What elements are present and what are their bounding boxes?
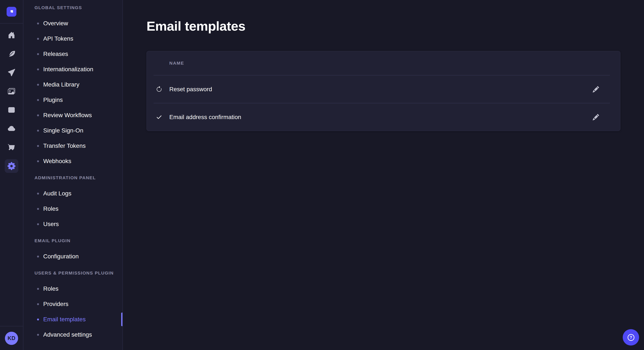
subnav-item-label: Roles — [43, 205, 58, 212]
subnav-item-single-sign-on[interactable]: Single Sign-On — [24, 123, 122, 138]
template-name: Reset password — [166, 86, 212, 93]
subnav-item-plugins[interactable]: Plugins — [24, 92, 122, 108]
subnav-item-admin-roles[interactable]: Roles — [24, 201, 122, 216]
page-title: Email templates — [146, 18, 620, 34]
bullet-icon — [37, 130, 39, 132]
edit-template-button[interactable] — [591, 84, 601, 94]
settings-active-tile — [5, 159, 18, 173]
subnav-section-title: EMAIL PLUGIN — [24, 238, 122, 243]
subnav-item-label: Email templates — [43, 316, 86, 323]
cloud-icon — [8, 125, 15, 132]
settings-gear-icon — [8, 162, 16, 170]
bullet-icon — [37, 53, 39, 55]
home-nav-button[interactable] — [0, 26, 23, 44]
subnav-item-label: Internationalization — [43, 66, 93, 73]
subnav-item-webhooks[interactable]: Webhooks — [24, 154, 122, 169]
bullet-icon — [37, 334, 39, 336]
table-header-row: NAME — [147, 51, 620, 75]
rail-nav — [0, 24, 23, 175]
marketplace-cart-icon — [8, 144, 15, 151]
subnav-item-admin-users[interactable]: Users — [24, 216, 122, 232]
subnav-item-review-workflows[interactable]: Review Workflows — [24, 108, 122, 123]
subnav-item-label: Configuration — [43, 253, 79, 260]
subnav-item-label: API Tokens — [43, 35, 73, 42]
active-item-indicator — [121, 313, 122, 326]
table-row-email-confirmation[interactable]: Email address confirmation — [147, 103, 620, 131]
subnav-item-email-templates[interactable]: Email templates — [24, 312, 122, 327]
name-column-header: NAME — [166, 61, 184, 66]
subnav-item-label: Audit Logs — [43, 190, 71, 197]
subnav-item-label: Providers — [43, 301, 68, 308]
bullet-icon — [37, 114, 39, 116]
deploy-cloud-nav-button[interactable] — [0, 119, 23, 138]
strapi-logo-glyph — [9, 9, 14, 14]
bullet-icon — [37, 256, 39, 257]
table-row-reset-password[interactable]: Reset password — [147, 75, 620, 103]
send-plane-icon — [8, 69, 15, 76]
subnav-item-label: Users — [43, 221, 59, 227]
content-type-builder-feather-icon — [8, 50, 15, 57]
subnav-item-providers[interactable]: Providers — [24, 296, 122, 312]
bullet-icon — [37, 319, 39, 321]
content-manager-nav-button[interactable] — [0, 101, 23, 119]
subnav-item-transfer-tokens[interactable]: Transfer Tokens — [24, 138, 122, 154]
home-icon — [8, 31, 15, 39]
media-library-images-icon — [8, 88, 15, 95]
edit-template-button[interactable] — [591, 112, 601, 122]
subnav-item-label: Transfer Tokens — [43, 143, 86, 149]
subnav-item-advanced-settings[interactable]: Advanced settings — [24, 327, 122, 342]
edit-pencil-icon — [593, 114, 599, 120]
bullet-icon — [37, 208, 39, 210]
marketplace-nav-button[interactable] — [0, 138, 23, 157]
bullet-icon — [37, 288, 39, 290]
subnav-item-label: Webhooks — [43, 158, 71, 165]
content-type-builder-nav-button[interactable] — [0, 44, 23, 63]
strapi-logo[interactable] — [6, 7, 16, 16]
bullet-icon — [37, 22, 39, 24]
bullet-icon — [37, 193, 39, 194]
rail-footer: KD — [0, 326, 23, 350]
subnav-item-up-roles[interactable]: Roles — [24, 281, 122, 296]
main-nav-rail: KD — [0, 0, 24, 350]
subnav-item-label: Media Library — [43, 81, 80, 88]
subnav-section-title: ADMINISTRATION PANEL — [24, 175, 122, 180]
subnav-section-title: USERS & PERMISSIONS PLUGIN — [24, 270, 122, 276]
subnav-item-label: Advanced settings — [43, 331, 92, 338]
user-avatar[interactable]: KD — [5, 332, 18, 345]
releases-nav-button[interactable] — [0, 63, 23, 82]
subnav-item-overview[interactable]: Overview — [24, 16, 122, 31]
main-content: Email templates NAME Reset password — [123, 0, 644, 350]
bullet-icon — [37, 145, 39, 147]
content-manager-layout-icon — [8, 106, 15, 114]
media-library-nav-button[interactable] — [0, 82, 23, 101]
subnav-item-label: Overview — [43, 20, 68, 27]
bullet-icon — [37, 68, 39, 70]
question-mark-icon: ? — [628, 334, 634, 341]
subnav-item-label: Plugins — [43, 97, 63, 103]
template-name: Email address confirmation — [166, 114, 241, 121]
subnav-item-releases[interactable]: Releases — [24, 46, 122, 62]
refresh-icon — [156, 86, 162, 93]
bullet-icon — [37, 99, 39, 101]
subnav-section-title: GLOBAL SETTINGS — [24, 5, 122, 10]
settings-nav-button[interactable] — [0, 157, 23, 175]
subnav-item-label: Roles — [43, 285, 58, 292]
bullet-icon — [37, 38, 39, 40]
bullet-icon — [37, 84, 39, 86]
subnav-item-label: Single Sign-On — [43, 127, 83, 134]
bullet-icon — [37, 223, 39, 225]
email-templates-table: NAME Reset password Email address co — [146, 51, 620, 131]
subnav-item-audit-logs[interactable]: Audit Logs — [24, 186, 122, 201]
settings-subnav: GLOBAL SETTINGS Overview API Tokens Rele… — [24, 0, 123, 350]
subnav-item-label: Releases — [43, 51, 68, 57]
edit-pencil-icon — [593, 86, 599, 93]
subnav-item-email-configuration[interactable]: Configuration — [24, 249, 122, 264]
help-button[interactable]: ? — [623, 329, 639, 346]
check-icon — [156, 114, 162, 120]
subnav-item-media-library[interactable]: Media Library — [24, 77, 122, 92]
subnav-item-label: Review Workflows — [43, 112, 92, 119]
subnav-item-internationalization[interactable]: Internationalization — [24, 62, 122, 77]
logo-container — [0, 0, 23, 24]
subnav-item-api-tokens[interactable]: API Tokens — [24, 31, 122, 46]
bullet-icon — [37, 160, 39, 162]
